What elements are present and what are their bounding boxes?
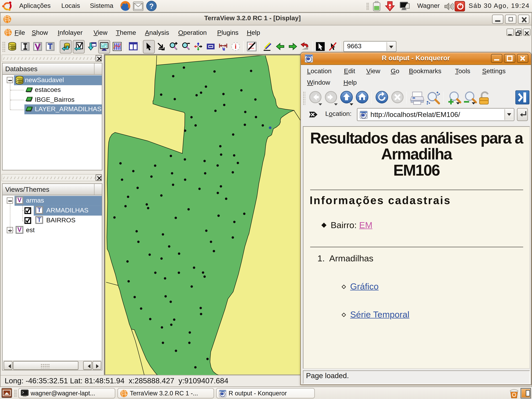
svg-text:d: d [223,47,225,51]
svg-text:?: ? [149,2,154,10]
svg-text:i: i [235,43,237,50]
